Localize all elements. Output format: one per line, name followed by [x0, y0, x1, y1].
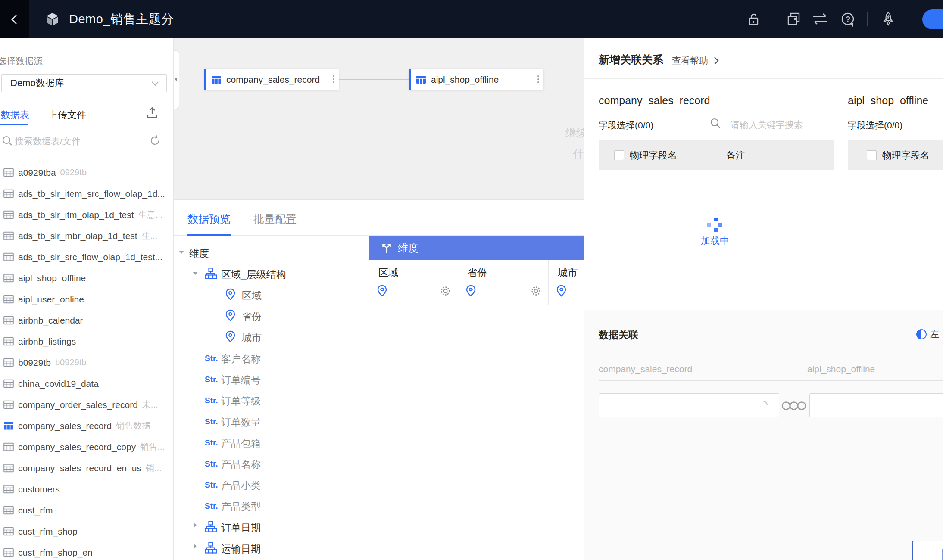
- preview-column-header[interactable]: 城市: [549, 260, 584, 305]
- table-list-item[interactable]: customers: [0, 479, 173, 500]
- table-list-item[interactable]: cust_rfm_shop_en: [0, 542, 173, 560]
- table-icon: [3, 506, 14, 515]
- expand-arrow-icon[interactable]: [193, 272, 198, 277]
- collapse-arrow-icon[interactable]: [194, 523, 199, 528]
- tree-item[interactable]: Str.订单数量: [174, 411, 369, 432]
- table-icon: [3, 252, 14, 261]
- gear-icon[interactable]: [440, 286, 451, 296]
- table-icon: [3, 442, 14, 451]
- node-menu-icon[interactable]: [333, 74, 334, 84]
- table-icon: [3, 231, 14, 240]
- table-icon: [3, 358, 14, 367]
- dimension-group-header: 维度: [369, 236, 584, 260]
- gear-icon[interactable]: [531, 286, 541, 296]
- tree-item[interactable]: Str.订单编号: [174, 368, 369, 389]
- table-list-item[interactable]: aipl_shop_offline: [0, 268, 173, 289]
- tree-label: 城市: [242, 331, 262, 345]
- canvas-node-company-sales-record[interactable]: company_sales_record: [204, 69, 339, 90]
- primary-action-button[interactable]: [922, 9, 943, 29]
- relation-title: 数据关联: [599, 328, 638, 342]
- left-join-field-select[interactable]: [599, 393, 779, 417]
- help-link[interactable]: 查看帮助: [672, 55, 708, 67]
- rocket-icon[interactable]: [881, 12, 896, 26]
- node-menu-icon[interactable]: [537, 74, 539, 84]
- collapse-arrow-icon: [175, 77, 177, 81]
- tabs-divider: [0, 128, 174, 128]
- svg-text:?: ?: [846, 15, 850, 24]
- tree-item[interactable]: 省份: [174, 305, 369, 326]
- tree-item[interactable]: 订单日期: [174, 516, 369, 537]
- tree-item[interactable]: Str.客户名称: [174, 347, 369, 368]
- right-join-field-select[interactable]: [809, 393, 943, 417]
- preview-column-header[interactable]: 省份: [458, 260, 549, 305]
- search-icon: [710, 118, 721, 129]
- table-list-item[interactable]: company_sales_record销售数据: [0, 415, 173, 436]
- table-list-item[interactable]: aipl_user_online: [0, 289, 173, 310]
- table-list-item[interactable]: ads_tb_slr_itm_olap_1d_test生意...: [0, 204, 173, 225]
- tree-item[interactable]: Str.产品小类: [174, 474, 369, 495]
- search-input[interactable]: 搜索数据表/文件: [15, 135, 81, 147]
- table-list-item[interactable]: company_sales_record_en_us销...: [0, 457, 173, 479]
- tree-item[interactable]: Str.产品类型: [174, 495, 369, 516]
- tree-item[interactable]: 维度: [174, 242, 369, 263]
- collapse-arrow-icon[interactable]: [194, 544, 199, 549]
- table-name: airbnb_listings: [18, 336, 76, 347]
- tree-item[interactable]: Str.产品包箱: [174, 432, 369, 453]
- swap-icon[interactable]: [812, 13, 828, 25]
- confirm-button[interactable]: [912, 541, 943, 560]
- select-all-checkbox[interactable]: [867, 150, 877, 160]
- table-desc: b0929tb: [55, 358, 86, 367]
- table-list-item[interactable]: ads_tb_slr_item_src_flow_olap_1d...: [0, 183, 173, 204]
- table-name: china_covid19_data: [18, 379, 99, 389]
- field-select-count: 字段选择(0/0): [848, 119, 902, 131]
- upload-icon[interactable]: [147, 107, 158, 119]
- table-list-item[interactable]: a0929tba0929tb: [0, 162, 173, 183]
- table-list-item[interactable]: ads_tb_slr_mbr_olap_1d_test生...: [0, 225, 173, 246]
- back-button[interactable]: [0, 0, 29, 38]
- preview-column-header[interactable]: 区域: [369, 260, 458, 305]
- tab-data-preview[interactable]: 数据预览: [187, 212, 231, 226]
- right-field-table-header: 物理字段名: [848, 140, 943, 170]
- table-list-item[interactable]: company_order_sales_record未...: [0, 394, 173, 415]
- refresh-icon[interactable]: [149, 135, 161, 146]
- table-list-item[interactable]: ads_tb_slr_src_flow_olap_1d_test...: [0, 246, 173, 268]
- gear-icon[interactable]: [531, 286, 541, 298]
- table-name: ads_tb_slr_item_src_flow_olap_1d...: [18, 189, 165, 199]
- expand-arrow-icon[interactable]: [179, 251, 184, 256]
- select-all-checkbox[interactable]: [614, 150, 624, 160]
- tree-item[interactable]: 区域: [174, 284, 369, 305]
- table-name: company_sales_record: [18, 421, 112, 431]
- datasource-select[interactable]: Demo数据库: [1, 74, 167, 92]
- relation-canvas[interactable]: company_sales_record aipl_shop_offline 继…: [174, 38, 584, 199]
- table-list-item[interactable]: cust_rfm: [0, 500, 173, 521]
- tree-item[interactable]: 区域_层级结构: [174, 263, 369, 284]
- table-desc: 销售...: [140, 441, 165, 453]
- help-icon[interactable]: ?: [840, 12, 855, 27]
- tab-upload-file[interactable]: 上传文件: [48, 109, 86, 121]
- table-list-item[interactable]: airbnb_calendar: [0, 310, 173, 331]
- tree-label: 产品名称: [221, 458, 261, 471]
- table-list-item[interactable]: airbnb_listings: [0, 331, 173, 352]
- table-icon: [3, 400, 14, 409]
- canvas-node-aipl-shop-offline[interactable]: aipl_shop_offline: [409, 69, 543, 90]
- tree-item[interactable]: 城市: [174, 326, 369, 347]
- gear-icon[interactable]: [440, 286, 451, 298]
- tab-batch-config[interactable]: 批量配置: [253, 212, 297, 226]
- field-search-input[interactable]: 请输入关键字搜索: [731, 119, 803, 131]
- lock-icon[interactable]: [747, 12, 760, 26]
- table-list-item[interactable]: cust_rfm_shop: [0, 521, 173, 542]
- tab-data-tables[interactable]: 数据表: [1, 109, 29, 121]
- table-list-item[interactable]: china_covid19_data: [0, 373, 173, 394]
- tree-item[interactable]: 运输日期: [174, 537, 369, 558]
- tree-item[interactable]: Str.产品名称: [174, 453, 369, 474]
- string-type-icon: Str.: [205, 459, 218, 469]
- tree-item[interactable]: Str.订单等级: [174, 389, 369, 411]
- field-search-underline: [728, 134, 836, 134]
- table-name: cust_rfm_shop: [18, 526, 78, 537]
- table-list-item[interactable]: b0929tbb0929tb: [0, 352, 173, 373]
- table-list-item[interactable]: company_sales_record_copy销售...: [0, 436, 173, 457]
- table-desc: 销售数据: [116, 420, 150, 432]
- copy-icon[interactable]: [787, 12, 801, 26]
- sidebar-collapse-handle[interactable]: [174, 50, 179, 109]
- join-type-toggle[interactable]: 左: [916, 328, 939, 340]
